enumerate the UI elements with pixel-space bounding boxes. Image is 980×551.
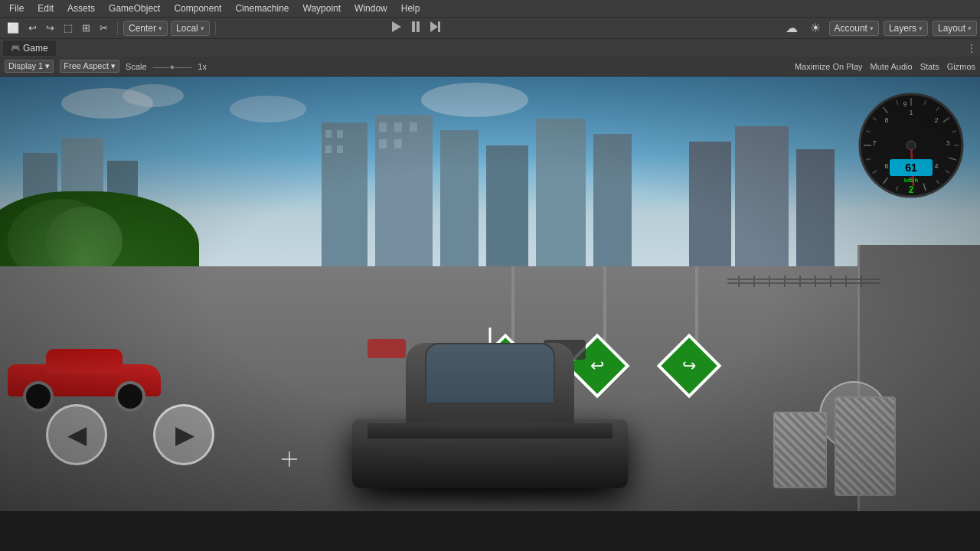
svg-text:3: 3 — [946, 139, 949, 147]
svg-rect-14 — [325, 145, 332, 153]
layout-label: Layout — [938, 23, 965, 34]
menu-gameobject[interactable]: GameObject — [103, 2, 166, 15]
step-icon — [430, 21, 440, 32]
scale-value: 1x — [198, 62, 207, 71]
steer-right-button[interactable]: ▶ — [153, 404, 214, 465]
svg-rect-16 — [379, 122, 387, 132]
menu-waypoint[interactable]: Waypoint — [297, 2, 348, 15]
svg-rect-7 — [536, 119, 586, 276]
cloud-btn[interactable]: ☁ — [782, 19, 802, 37]
layers-arrow: ▾ — [919, 24, 923, 32]
display-select[interactable]: Display 1 ▾ — [5, 60, 54, 73]
cursor-svg — [282, 452, 297, 467]
aspect-select[interactable]: Free Aspect ▾ — [60, 60, 119, 73]
aspect-label: Free Aspect — [64, 61, 109, 70]
view-options: Maximize On Play Mute Audio Stats Gizmos — [795, 62, 975, 71]
game-tab[interactable]: 🎮 Game — [3, 41, 56, 56]
sun-btn[interactable]: ☀ — [806, 19, 825, 37]
svg-rect-20 — [394, 139, 402, 148]
svg-rect-10 — [735, 126, 789, 276]
gizmos-btn[interactable]: Gizmos — [947, 62, 975, 71]
mute-btn[interactable]: Mute Audio — [871, 62, 913, 71]
game-viewport: ↩ ↩ ↪ — [0, 77, 980, 511]
game-view-bar: Display 1 ▾ Free Aspect ▾ Scale ——●—— 1x… — [0, 57, 980, 77]
game-tab-icon: 🎮 — [11, 44, 20, 52]
space-dropdown[interactable]: Local ▾ — [171, 21, 210, 36]
step-button[interactable] — [427, 20, 443, 37]
sep1 — [117, 21, 118, 35]
sep2 — [215, 21, 216, 35]
maximize-btn[interactable]: Maximize On Play — [795, 62, 863, 71]
svg-text:61: 61 — [905, 161, 917, 174]
account-dropdown[interactable]: Account ▾ — [829, 21, 879, 36]
layers-dropdown[interactable]: Layers ▾ — [884, 21, 928, 36]
svg-rect-33 — [727, 282, 880, 284]
speedo-svg: 1 2 3 4 5 6 7 8 9 61 km/h 2 — [858, 92, 965, 199]
brake-pedal[interactable] — [773, 412, 827, 488]
tab-more[interactable]: ⋮ — [966, 42, 977, 54]
tool-transform[interactable]: ⬜ — [3, 21, 23, 35]
tab-bar: 🎮 Game ⋮ — [0, 38, 980, 57]
road-sign-3: ↪ — [674, 266, 720, 404]
mouse-cursor — [282, 452, 297, 470]
tool-scissors[interactable]: ✂ — [96, 21, 112, 35]
game-tab-label: Game — [23, 43, 48, 54]
tool-redo[interactable]: ↪ — [42, 21, 58, 35]
accelerator-pedal[interactable] — [835, 396, 896, 496]
main-player-car — [352, 335, 628, 488]
layout-arrow: ▾ — [968, 24, 972, 32]
svg-rect-18 — [410, 122, 417, 132]
menu-window[interactable]: Window — [348, 2, 394, 15]
svg-point-74 — [906, 141, 916, 150]
svg-rect-17 — [394, 122, 402, 132]
steer-right-icon: ▶ — [175, 422, 193, 448]
tool-grid[interactable]: ⊞ — [78, 21, 94, 35]
pause-button[interactable] — [409, 20, 423, 37]
svg-rect-11 — [796, 149, 835, 276]
tool-rotate[interactable]: ↩ — [24, 21, 41, 35]
play-button[interactable] — [389, 20, 404, 37]
menu-help[interactable]: Help — [395, 2, 426, 15]
railing-svg — [727, 276, 880, 287]
steer-left-button[interactable]: ◀ — [46, 404, 107, 465]
svg-text:1: 1 — [909, 109, 913, 116]
pivot-arrow: ▾ — [158, 24, 162, 32]
menu-component[interactable]: Component — [168, 2, 227, 15]
svg-text:2: 2 — [909, 184, 914, 195]
red-car — [8, 350, 161, 412]
svg-text:2: 2 — [934, 116, 938, 124]
display-label: Display 1 — [8, 61, 43, 70]
scale-label: Scale — [126, 62, 147, 71]
svg-rect-4 — [375, 115, 433, 276]
layers-label: Layers — [889, 23, 916, 34]
menu-bar: File Edit Assets GameObject Component Ci… — [0, 0, 980, 17]
svg-rect-15 — [337, 145, 343, 153]
cloud-2 — [122, 84, 184, 107]
menu-edit[interactable]: Edit — [31, 2, 60, 15]
tool-rect[interactable]: ⬚ — [60, 21, 77, 35]
scale-slider[interactable]: ——●—— — [153, 62, 192, 71]
space-label: Local — [176, 23, 198, 34]
svg-rect-19 — [379, 139, 387, 148]
toolbar: ⬜ ↩ ↪ ⬚ ⊞ ✂ Center ▾ Local ▾ — [0, 17, 980, 38]
layout-dropdown[interactable]: Layout ▾ — [933, 21, 977, 36]
pivot-label: Center — [129, 23, 156, 34]
svg-rect-9 — [689, 142, 731, 276]
menu-cinemachine[interactable]: Cinemachine — [229, 2, 295, 15]
tool-group: ⬜ ↩ ↪ ⬚ ⊞ ✂ — [3, 21, 112, 35]
stats-btn[interactable]: Stats — [920, 62, 939, 71]
svg-rect-32 — [727, 279, 880, 280]
svg-rect-6 — [486, 145, 528, 276]
svg-text:4: 4 — [934, 162, 938, 170]
svg-text:8: 8 — [884, 116, 888, 124]
space-arrow: ▾ — [201, 24, 204, 32]
svg-rect-5 — [440, 130, 479, 276]
svg-text:7: 7 — [872, 139, 876, 147]
menu-assets[interactable]: Assets — [61, 2, 101, 15]
svg-text:9: 9 — [903, 100, 906, 108]
svg-rect-12 — [325, 130, 332, 138]
svg-text:km/h: km/h — [904, 177, 919, 184]
speedometer: 1 2 3 4 5 6 7 8 9 61 km/h 2 — [858, 92, 965, 199]
pivot-dropdown[interactable]: Center ▾ — [123, 21, 168, 36]
menu-file[interactable]: File — [3, 2, 30, 15]
